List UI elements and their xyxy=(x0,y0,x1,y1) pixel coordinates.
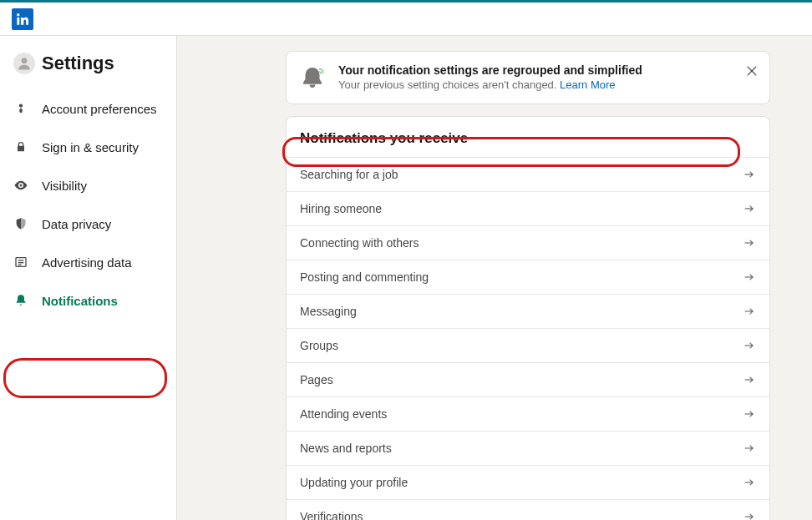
arrow-right-icon xyxy=(743,236,756,250)
sidebar-item-visibility[interactable]: Visibility xyxy=(0,166,176,204)
sidebar-item-label: Advertising data xyxy=(42,255,132,270)
eye-icon xyxy=(13,178,28,193)
banner-title: Your notification settings are regrouped… xyxy=(338,63,736,77)
row-label: Messaging xyxy=(300,305,357,318)
sidebar-item-label: Sign in & security xyxy=(42,140,139,154)
row-label: News and reports xyxy=(300,442,392,455)
info-banner: Your notification settings are regrouped… xyxy=(286,51,770,104)
close-icon xyxy=(744,63,759,78)
arrow-right-icon xyxy=(743,270,756,284)
arrow-right-icon xyxy=(743,339,756,352)
row-posting-and-commenting[interactable]: Posting and commenting xyxy=(287,260,769,294)
header xyxy=(0,3,812,36)
arrow-right-icon xyxy=(743,510,756,520)
newspaper-icon xyxy=(13,255,28,270)
sidebar-item-notifications[interactable]: Notifications xyxy=(0,281,176,320)
row-hiring-someone[interactable]: Hiring someone xyxy=(287,191,769,225)
lock-icon xyxy=(13,139,28,154)
arrow-right-icon xyxy=(743,305,756,318)
sidebar-item-label: Data privacy xyxy=(42,217,111,231)
avatar-placeholder-icon xyxy=(16,55,33,72)
shield-icon xyxy=(13,216,28,231)
row-searching-for-a-job[interactable]: Searching for a job xyxy=(287,157,769,191)
sidebar-item-data-privacy[interactable]: Data privacy xyxy=(0,204,176,243)
arrow-right-icon xyxy=(743,407,756,421)
avatar xyxy=(13,53,35,74)
banner-subtitle-text: Your previous setting choices aren't cha… xyxy=(338,78,560,91)
arrow-right-icon xyxy=(743,442,756,455)
row-label: Hiring someone xyxy=(300,202,382,215)
row-label: Groups xyxy=(300,339,338,352)
row-connecting-with-others[interactable]: Connecting with others xyxy=(287,225,769,260)
notifications-card: Notifications you receive Searching for … xyxy=(286,116,770,520)
linkedin-logo[interactable] xyxy=(12,8,33,30)
row-label: Searching for a job xyxy=(300,168,398,181)
sidebar-item-label: Visibility xyxy=(42,179,87,193)
svg-rect-2 xyxy=(19,109,22,113)
arrow-right-icon xyxy=(743,373,756,386)
row-verifications[interactable]: Verifications xyxy=(287,499,769,520)
row-news-and-reports[interactable]: News and reports xyxy=(287,431,769,465)
person-icon xyxy=(13,101,28,116)
sidebar-item-account-preferences[interactable]: Account preferences xyxy=(0,89,176,128)
svg-point-1 xyxy=(19,104,23,108)
row-label: Verifications xyxy=(300,510,363,520)
row-updating-your-profile[interactable]: Updating your profile xyxy=(287,465,769,499)
card-title: Notifications you receive xyxy=(287,117,769,157)
arrow-right-icon xyxy=(743,202,756,215)
row-label: Attending events xyxy=(300,407,387,421)
learn-more-link[interactable]: Learn More xyxy=(560,78,615,91)
sidebar-item-label: Notifications xyxy=(42,294,118,308)
close-button[interactable] xyxy=(744,63,759,78)
row-attending-events[interactable]: Attending events xyxy=(287,396,769,431)
row-label: Updating your profile xyxy=(300,476,408,489)
sidebar-item-advertising-data[interactable]: Advertising data xyxy=(0,243,176,281)
main-content: Your notification settings are regrouped… xyxy=(177,36,812,520)
row-pages[interactable]: Pages xyxy=(287,362,769,396)
sidebar-item-label: Account preferences xyxy=(42,102,157,116)
annotation-highlight-sidebar xyxy=(3,358,167,398)
linkedin-icon xyxy=(14,11,31,28)
bell-icon xyxy=(13,293,28,308)
sidebar-item-sign-in-security[interactable]: Sign in & security xyxy=(0,128,176,166)
row-label: Posting and commenting xyxy=(300,270,429,284)
row-label: Connecting with others xyxy=(300,236,419,250)
bell-announcement-icon xyxy=(298,63,327,92)
banner-subtitle: Your previous setting choices aren't cha… xyxy=(338,78,736,91)
row-label: Pages xyxy=(300,373,333,386)
arrow-right-icon xyxy=(743,168,756,181)
svg-point-3 xyxy=(20,184,23,187)
arrow-right-icon xyxy=(743,476,756,489)
row-groups[interactable]: Groups xyxy=(287,328,769,362)
svg-point-0 xyxy=(22,58,28,63)
page-title: Settings xyxy=(42,53,114,74)
row-messaging[interactable]: Messaging xyxy=(287,294,769,328)
sidebar: Settings Account preferences Sign in & s… xyxy=(0,36,177,520)
